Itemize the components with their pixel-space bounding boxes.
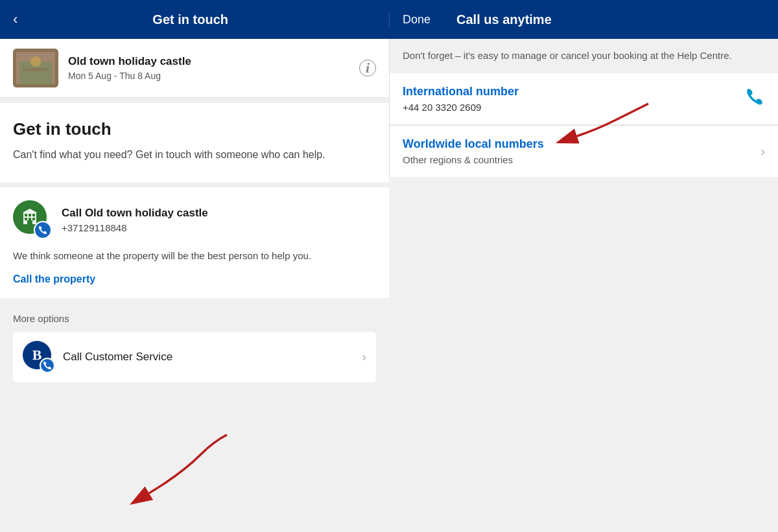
section-description: Can't find what you need? Get in touch w… — [13, 147, 376, 163]
call-property-link[interactable]: Call the property — [13, 273, 95, 284]
svg-rect-12 — [27, 220, 32, 224]
main-content: Old town holiday castle Mon 5 Aug - Thu … — [0, 39, 778, 532]
worldwide-chevron-icon: › — [760, 144, 765, 159]
worldwide-info: Worldwide local numbers Other regions & … — [403, 137, 760, 165]
right-panel: Don't forget – it's easy to manage or ca… — [389, 39, 778, 177]
chevron-right-icon: › — [362, 349, 366, 364]
worldwide-numbers-section[interactable]: Worldwide local numbers Other regions & … — [390, 126, 778, 177]
international-number-section: International number +44 20 3320 2609 — [390, 73, 778, 125]
more-options-section: More options B Call Customer Service — [0, 303, 389, 389]
property-image — [13, 49, 58, 87]
intl-number-value: +44 20 3320 2609 — [403, 102, 744, 113]
svg-rect-6 — [25, 214, 27, 216]
info-icon[interactable]: i — [359, 60, 376, 76]
property-name: Old town holiday castle — [68, 55, 359, 68]
call-property-description: We think someone at the property will be… — [13, 249, 376, 264]
left-panel-wrapper: Old town holiday castle Mon 5 Aug - Thu … — [0, 39, 389, 532]
svg-rect-9 — [25, 218, 27, 220]
svg-point-4 — [30, 56, 41, 67]
annotation-arrow-ccs — [97, 428, 259, 506]
header-left: ‹ Get in touch — [0, 11, 389, 28]
svg-rect-7 — [29, 214, 31, 216]
call-anytime-title: Call us anytime — [456, 12, 552, 27]
left-panel: Old town holiday castle Mon 5 Aug - Thu … — [0, 39, 389, 389]
svg-rect-10 — [29, 218, 31, 220]
call-property-section: Call Old town holiday castle +3712911884… — [0, 187, 389, 298]
property-info: Old town holiday castle Mon 5 Aug - Thu … — [68, 55, 359, 81]
property-card: Old town holiday castle Mon 5 Aug - Thu … — [0, 39, 389, 98]
svg-rect-3 — [23, 68, 49, 71]
phone-badge-green — [34, 221, 52, 239]
intl-number-info: International number +44 20 3320 2609 — [403, 85, 744, 113]
right-panel-wrapper: Don't forget – it's easy to manage or ca… — [389, 39, 778, 532]
section-title: Get in touch — [13, 119, 376, 139]
call-property-name: Call Old town holiday castle — [62, 207, 376, 220]
call-property-info: Call Old town holiday castle +3712911884… — [62, 207, 376, 233]
b-phone-badge — [40, 358, 55, 373]
get-in-touch-section: Get in touch Can't find what you need? G… — [0, 103, 389, 182]
b-icon-group: B — [23, 341, 55, 373]
intl-number-label[interactable]: International number — [403, 85, 744, 98]
svg-rect-11 — [32, 218, 35, 220]
call-customer-service-label: Call Customer Service — [63, 351, 362, 364]
call-property-header: Call Old town holiday castle +3712911884… — [13, 200, 376, 239]
more-options-label: More options — [13, 313, 376, 324]
done-button[interactable]: Done — [403, 13, 430, 27]
divider-1 — [0, 98, 389, 103]
worldwide-description: Other regions & countries — [403, 154, 760, 165]
svg-marker-13 — [23, 209, 37, 213]
phone-call-icon[interactable] — [744, 86, 765, 111]
call-property-icon-group — [13, 200, 52, 239]
call-customer-service-item[interactable]: B Call Customer Service › — [13, 332, 376, 382]
property-dates: Mon 5 Aug - Thu 8 Aug — [68, 71, 359, 81]
header-right: Done Call us anytime — [389, 12, 778, 27]
help-notice: Don't forget – it's easy to manage or ca… — [390, 39, 778, 73]
back-button[interactable]: ‹ — [13, 11, 18, 28]
svg-rect-8 — [32, 214, 35, 216]
call-property-number: +37129118848 — [62, 222, 376, 233]
worldwide-label: Worldwide local numbers — [403, 137, 760, 151]
app-header: ‹ Get in touch Done Call us anytime — [0, 0, 778, 39]
header-title: Get in touch — [30, 12, 350, 27]
